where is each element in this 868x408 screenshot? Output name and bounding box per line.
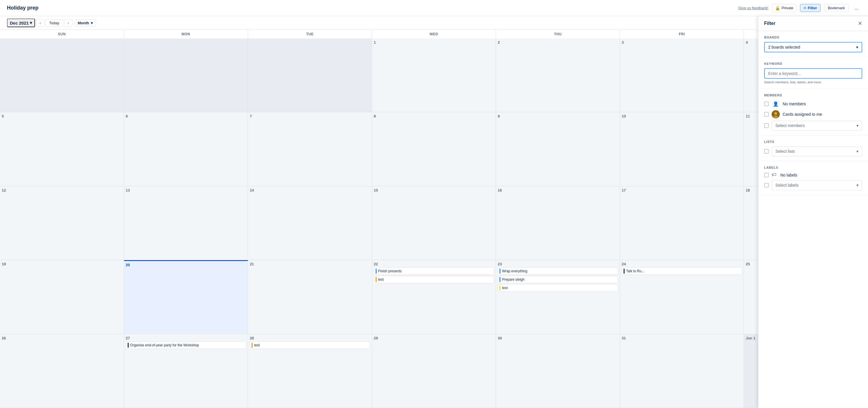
day-number: 9 bbox=[498, 114, 618, 118]
day-number: 5 bbox=[2, 114, 122, 118]
calendar-event[interactable]: Organise end-of-year party for the Works… bbox=[126, 341, 246, 349]
calendar-cell[interactable]: 19 bbox=[0, 260, 124, 334]
filter-keyword-section: Keyword Search members, lists, labels, a… bbox=[758, 57, 868, 89]
next-month-button[interactable]: › bbox=[64, 19, 72, 27]
select-members-checkbox[interactable] bbox=[764, 123, 769, 128]
header-actions: Give us feedback! 🔒 Private ≡ Filter Boo… bbox=[738, 4, 861, 12]
keyword-input[interactable] bbox=[764, 68, 862, 79]
select-members-dropdown[interactable]: Select members ▾ bbox=[772, 121, 862, 130]
calendar-cell[interactable]: 7 bbox=[248, 112, 372, 186]
calendar-event[interactable]: Talk to Ru... bbox=[622, 268, 742, 275]
day-number: 15 bbox=[374, 188, 494, 192]
no-members-checkbox[interactable] bbox=[764, 101, 769, 106]
more-button[interactable]: ... bbox=[852, 4, 861, 12]
select-labels-dropdown[interactable]: Select labels ▾ bbox=[772, 180, 862, 190]
calendar-event[interactable]: Wrap everything bbox=[498, 268, 618, 275]
calendar-cell[interactable] bbox=[0, 38, 124, 112]
calendar-cell[interactable]: 21 bbox=[248, 260, 372, 334]
calendar-cell[interactable]: 16 bbox=[496, 186, 620, 260]
calendar-cell[interactable]: 8 bbox=[372, 112, 496, 186]
filter-boards-section: Boards 2 boards selected ▾ bbox=[758, 31, 868, 57]
calendar-cell[interactable] bbox=[248, 38, 372, 112]
calendar-event[interactable]: Prepare sleigh bbox=[498, 276, 618, 283]
select-lists-dropdown[interactable]: Select lists ▾ bbox=[772, 147, 862, 156]
calendar-cell[interactable]: 30 bbox=[496, 334, 620, 408]
calendar-event[interactable]: test bbox=[374, 276, 494, 283]
prev-month-button[interactable]: ‹ bbox=[36, 19, 44, 27]
calendar-cell[interactable]: 29 bbox=[372, 334, 496, 408]
filter-labels-section: Labels 🏷 No labels Select labels ▾ bbox=[758, 161, 868, 195]
calendar-cell[interactable]: 17 bbox=[620, 186, 744, 260]
calendar-cell[interactable]: 23Wrap everythingPrepare sleightest bbox=[496, 260, 620, 334]
day-number: 20 bbox=[126, 263, 246, 267]
event-stripe bbox=[376, 277, 377, 282]
day-number: 27 bbox=[126, 336, 246, 340]
labels-section-label: Labels bbox=[764, 166, 862, 169]
date-navigation: Dec 2021 ▾ ‹ Today › bbox=[7, 19, 72, 27]
event-label: Wrap everything bbox=[502, 269, 527, 273]
private-button[interactable]: 🔒 Private bbox=[772, 4, 797, 12]
calendar-event[interactable]: test bbox=[250, 341, 370, 349]
calendar-toolbar: Dec 2021 ▾ ‹ Today › Month ▾ bbox=[0, 16, 868, 30]
day-number: 23 bbox=[498, 262, 618, 266]
event-stripe bbox=[499, 285, 500, 290]
calendar-cell[interactable]: 20 bbox=[124, 260, 248, 334]
select-members-placeholder: Select members bbox=[775, 123, 805, 128]
no-labels-label: No labels bbox=[780, 173, 797, 177]
chevron-down-icon: ▾ bbox=[857, 183, 859, 188]
calendar-event[interactable]: Finish presents bbox=[374, 268, 494, 275]
assigned-to-me-label: Cards assigned to me bbox=[783, 112, 822, 117]
day-number: 13 bbox=[126, 188, 246, 192]
day-number: 31 bbox=[622, 336, 742, 340]
calendar-grid: 12345678910111213141516171819202122Finis… bbox=[0, 38, 868, 408]
calendar-cell[interactable]: 2 bbox=[496, 38, 620, 112]
no-members-icon: 👤 bbox=[772, 100, 780, 108]
boards-section-label: Boards bbox=[764, 36, 862, 39]
day-number: 10 bbox=[622, 114, 742, 118]
select-labels-placeholder: Select labels bbox=[775, 183, 798, 188]
calendar-cell[interactable]: 27Organise end-of-year party for the Wor… bbox=[124, 334, 248, 408]
calendar-cell[interactable]: 15 bbox=[372, 186, 496, 260]
calendar-cell[interactable]: 9 bbox=[496, 112, 620, 186]
calendar-cell[interactable] bbox=[124, 38, 248, 112]
calendar-cell[interactable]: 28test bbox=[248, 334, 372, 408]
calendar-cell[interactable]: 13 bbox=[124, 186, 248, 260]
label-icon: 🏷 bbox=[772, 172, 777, 178]
calendar-cell[interactable]: 1 bbox=[372, 38, 496, 112]
chevron-down-icon: ▾ bbox=[30, 20, 32, 26]
calendar-cell[interactable]: 26 bbox=[0, 334, 124, 408]
calendar-cell[interactable]: 22Finish presentstest bbox=[372, 260, 496, 334]
calendar-cell[interactable]: 10 bbox=[620, 112, 744, 186]
calendar-cell[interactable]: 24Talk to Ru... bbox=[620, 260, 744, 334]
calendar-cell[interactable]: 5 bbox=[0, 112, 124, 186]
month-view-button[interactable]: Month ▾ bbox=[75, 20, 96, 27]
select-labels-checkbox[interactable] bbox=[764, 183, 769, 188]
main-content: Dec 2021 ▾ ‹ Today › Month ▾ Sun Mon Tue… bbox=[0, 16, 868, 408]
bookmark-button[interactable]: Bookmark bbox=[824, 4, 848, 12]
select-lists-checkbox[interactable] bbox=[764, 149, 769, 154]
day-number: 30 bbox=[498, 336, 618, 340]
no-labels-checkbox[interactable] bbox=[764, 173, 769, 177]
calendar-cell[interactable]: 12 bbox=[0, 186, 124, 260]
date-label[interactable]: Dec 2021 ▾ bbox=[7, 19, 35, 27]
lock-icon: 🔒 bbox=[775, 6, 780, 10]
today-button[interactable]: Today bbox=[45, 20, 63, 27]
filter-icon: ≡ bbox=[804, 6, 806, 10]
event-label: Organise end-of-year party for the Works… bbox=[130, 343, 199, 347]
calendar-header-row: Sun Mon Tue Wed Thu Fri Sat bbox=[0, 30, 868, 38]
calendar-cell[interactable]: 6 bbox=[124, 112, 248, 186]
calendar-cell[interactable]: 14 bbox=[248, 186, 372, 260]
calendar-cell[interactable]: 3 bbox=[620, 38, 744, 112]
assigned-to-me-row: Cards assigned to me bbox=[764, 110, 862, 118]
calendar-cell[interactable]: 31 bbox=[620, 334, 744, 408]
boards-dropdown[interactable]: 2 boards selected ▾ bbox=[764, 42, 862, 52]
assigned-checkbox[interactable] bbox=[764, 112, 769, 117]
day-header-tue: Tue bbox=[248, 30, 372, 38]
event-stripe bbox=[499, 277, 500, 282]
calendar-event[interactable]: test bbox=[498, 284, 618, 292]
close-filter-button[interactable]: ✕ bbox=[858, 21, 862, 26]
filter-button[interactable]: ≡ Filter bbox=[800, 4, 820, 12]
chevron-down-icon: ▾ bbox=[857, 149, 859, 154]
feedback-button[interactable]: Give us feedback! bbox=[738, 6, 769, 10]
day-header-wed: Wed bbox=[372, 30, 496, 38]
